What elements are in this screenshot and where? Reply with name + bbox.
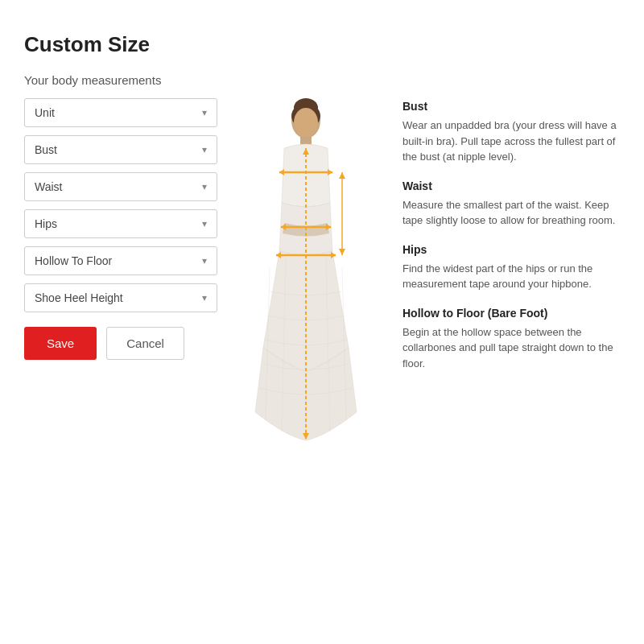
dropdown-bust[interactable]: Bust▾ bbox=[24, 135, 217, 164]
svg-marker-11 bbox=[279, 169, 284, 175]
dropdown-unit[interactable]: Unit▾ bbox=[24, 98, 217, 127]
dropdown-hollow-to-floor[interactable]: Hollow To Floor▾ bbox=[24, 246, 217, 275]
right-panel: Bust Wear an unpadded bra (your dress wi… bbox=[394, 98, 620, 384]
instruction-desc-bust: Wear an unpadded bra (your dress will ha… bbox=[402, 118, 620, 165]
save-button[interactable]: Save bbox=[24, 327, 97, 360]
dropdown-label: Hips bbox=[35, 217, 57, 230]
dropdown-waist[interactable]: Waist▾ bbox=[24, 172, 217, 201]
instruction-section-bust: Bust Wear an unpadded bra (your dress wi… bbox=[402, 98, 620, 165]
dropdown-label: Hollow To Floor bbox=[35, 254, 112, 267]
button-row: Save Cancel bbox=[24, 327, 217, 360]
left-panel: Unit▾Bust▾Waist▾Hips▾Hollow To Floor▾Sho… bbox=[24, 98, 217, 360]
instruction-section-waist: Waist Measure the smallest part of the w… bbox=[402, 178, 620, 229]
cancel-button[interactable]: Cancel bbox=[106, 327, 184, 360]
svg-point-4 bbox=[294, 108, 318, 137]
body-measurements-label: Your body measurements bbox=[24, 73, 620, 87]
instruction-title-bust: Bust bbox=[402, 98, 620, 115]
page-title: Custom Size bbox=[24, 32, 620, 57]
chevron-down-icon: ▾ bbox=[202, 292, 207, 303]
instruction-section-hollow-to-floor: Hollow to Floor (Bare Foot) Begin at the… bbox=[402, 305, 620, 372]
instruction-title-hips: Hips bbox=[402, 242, 620, 258]
instruction-section-hips: Hips Find the widest part of the hips or… bbox=[402, 242, 620, 292]
dropdown-label: Bust bbox=[35, 143, 57, 156]
dropdown-shoe-heel-height[interactable]: Shoe Heel Height▾ bbox=[24, 283, 217, 312]
dropdown-label: Waist bbox=[35, 180, 62, 193]
svg-marker-12 bbox=[328, 169, 332, 175]
dropdown-label: Shoe Heel Height bbox=[35, 291, 123, 304]
instruction-desc-hips: Find the widest part of the hips or run … bbox=[402, 261, 620, 292]
instruction-desc-waist: Measure the smallest part of the waist. … bbox=[402, 197, 620, 229]
chevron-down-icon: ▾ bbox=[202, 218, 207, 229]
chevron-down-icon: ▾ bbox=[202, 144, 207, 155]
instruction-title-waist: Waist bbox=[402, 178, 620, 195]
dress-figure bbox=[229, 98, 382, 444]
chevron-down-icon: ▾ bbox=[202, 181, 207, 192]
instruction-desc-hollow-to-floor: Begin at the hollow space between the co… bbox=[402, 324, 620, 372]
chevron-down-icon: ▾ bbox=[202, 255, 207, 266]
svg-marker-23 bbox=[339, 172, 345, 179]
dropdown-hips[interactable]: Hips▾ bbox=[24, 209, 217, 238]
svg-marker-24 bbox=[339, 249, 345, 255]
chevron-down-icon: ▾ bbox=[202, 107, 207, 118]
instruction-title-hollow-to-floor: Hollow to Floor (Bare Foot) bbox=[402, 305, 620, 322]
center-panel bbox=[225, 98, 386, 444]
dropdown-label: Unit bbox=[35, 106, 55, 119]
